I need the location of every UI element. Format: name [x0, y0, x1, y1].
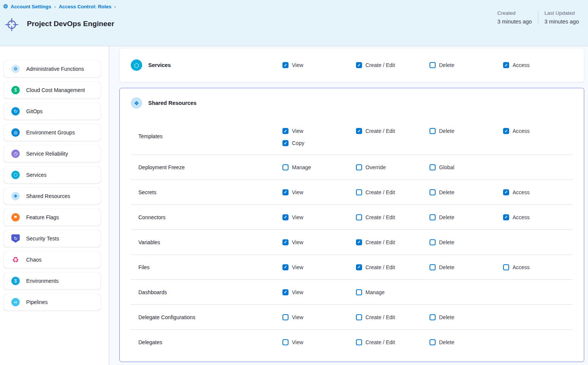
checkbox-view[interactable]: ✓View	[282, 263, 356, 271]
permission-column: Create / Edit	[356, 313, 430, 321]
breadcrumb-account-settings[interactable]: Account Settings	[11, 4, 51, 9]
sidebar-item-shared-resources[interactable]: ❖Shared Resources	[4, 188, 100, 204]
checkbox-view[interactable]: ✓View	[282, 238, 356, 246]
checkbox-delete[interactable]: Delete	[430, 313, 503, 321]
sidebar-item-chaos[interactable]: ♻Chaos	[4, 251, 100, 268]
checkbox-access[interactable]: ✓Access	[503, 61, 577, 69]
checkbox-override[interactable]: Override	[356, 163, 430, 172]
checkbox-box-icon: ✓	[503, 214, 509, 220]
sidebar-item-pipelines[interactable]: ∞Pipelines	[4, 294, 100, 310]
checkbox-label: View	[292, 239, 303, 245]
permission-column: Manage	[356, 288, 430, 296]
checkbox-box-icon: ✓	[282, 289, 289, 295]
sidebar-item-cloud-cost-management[interactable]: $Cloud Cost Management	[4, 82, 100, 98]
shared-resources-card: ❖ Shared Resources Templates✓View✓Copy✓C…	[119, 88, 584, 362]
checkbox-label: Access	[513, 214, 530, 220]
checkbox-delete[interactable]: Delete	[430, 127, 503, 135]
permission-column: Delete	[430, 188, 503, 197]
checkbox-delete[interactable]: Delete	[430, 263, 503, 271]
checkbox-create-edit[interactable]: Create / Edit	[356, 188, 430, 197]
environments-icon: $	[11, 277, 20, 285]
resource-row-label: Variables	[138, 239, 160, 245]
permission-column: ✓View	[282, 238, 356, 246]
checkbox-create-edit[interactable]: ✓Create / Edit	[356, 61, 430, 69]
checkbox-delete[interactable]: Delete	[430, 188, 503, 197]
checkbox-view[interactable]: View	[282, 313, 356, 321]
checkbox-label: View	[292, 264, 303, 270]
checkbox-manage[interactable]: Manage	[282, 163, 356, 172]
sidebar-item-environment-groups[interactable]: ◎Environment Groups	[4, 124, 100, 141]
permission-column: ✓Access	[503, 127, 577, 135]
checkbox-access[interactable]: ✓Access	[503, 213, 577, 221]
checkbox-view[interactable]: ✓View	[282, 61, 356, 69]
resource-row-label: Dashboards	[138, 289, 167, 295]
checkbox-view[interactable]: ✓View	[282, 188, 356, 197]
permission-column: Delete	[430, 263, 503, 271]
shared-resources-header: ❖ Shared Resources	[120, 88, 584, 118]
resource-row-permissions: ✓View✓Copy✓Create / EditDelete✓Access	[282, 118, 584, 154]
checkbox-label: Access	[513, 189, 530, 195]
breadcrumb-access-control-roles[interactable]: Access Control: Roles	[59, 4, 111, 9]
checkbox-box-icon: ✓	[282, 264, 289, 270]
sidebar-item-security-tests[interactable]: ↻Security Tests	[4, 230, 100, 247]
checkbox-label: View	[292, 314, 303, 320]
resource-row-permissions: ✓View✓Create / EditDeleteAccess	[282, 255, 584, 279]
resource-row-permissions: ✓ViewManage	[282, 280, 584, 304]
sidebar-item-administrative-functions[interactable]: ⚙Administrative Functions	[4, 61, 100, 77]
checkbox-label: Access	[513, 128, 530, 134]
sidebar-item-environments[interactable]: $Environments	[4, 273, 100, 289]
checkbox-access[interactable]: Access	[503, 263, 577, 271]
checkbox-box-icon	[356, 214, 362, 220]
checkbox-view[interactable]: View	[282, 338, 356, 346]
sidebar-item-label: Chaos	[26, 257, 41, 263]
resource-sidebar: ⚙Administrative Functions$Cloud Cost Man…	[0, 46, 109, 365]
checkbox-box-icon	[430, 339, 436, 345]
checkbox-create-edit[interactable]: ✓Create / Edit	[356, 238, 430, 246]
shared-resources-card-title: Shared Resources	[148, 100, 196, 106]
checkbox-global[interactable]: Global	[430, 163, 503, 172]
checkbox-box-icon	[430, 128, 436, 134]
checkbox-view[interactable]: ✓View	[282, 127, 356, 135]
checkbox-delete[interactable]: Delete	[430, 61, 503, 69]
sidebar-item-feature-flags[interactable]: ⚑Feature Flags	[4, 209, 100, 226]
checkbox-delete[interactable]: Delete	[430, 238, 503, 246]
resource-row-permissions: ViewCreate / EditDelete	[282, 305, 584, 329]
checkbox-copy[interactable]: ✓Copy	[282, 139, 356, 147]
checkbox-create-edit[interactable]: Create / Edit	[356, 213, 430, 221]
checkbox-manage[interactable]: Manage	[356, 288, 430, 296]
resource-row-templates: Templates✓View✓Copy✓Create / EditDelete✓…	[120, 118, 584, 154]
sidebar-item-services[interactable]: ⬡Services	[4, 167, 100, 183]
last-updated-label: Last Updated	[544, 10, 579, 16]
permission-column: View	[282, 338, 356, 346]
checkbox-box-icon: ✓	[356, 264, 362, 270]
checkbox-box-icon	[430, 189, 436, 195]
checkbox-create-edit[interactable]: Create / Edit	[356, 313, 430, 321]
created-value: 3 minutes ago	[497, 19, 532, 25]
checkbox-create-edit[interactable]: ✓Create / Edit	[356, 127, 430, 135]
checkbox-box-icon	[356, 289, 362, 295]
sidebar-item-service-reliability[interactable]: ◷Service Reliability	[4, 145, 100, 162]
main-content: ⬡ Services ✓View✓Create / EditDelete✓Acc…	[109, 46, 588, 365]
checkbox-label: Create / Edit	[365, 339, 395, 345]
sidebar-item-gitops[interactable]: ↻GitOps	[4, 103, 100, 120]
permission-column: Delete	[430, 127, 503, 135]
checkbox-box-icon	[282, 339, 289, 345]
checkbox-access[interactable]: ✓Access	[503, 127, 577, 135]
checkbox-box-icon	[430, 62, 436, 68]
checkbox-view[interactable]: ✓View	[282, 288, 356, 296]
permission-column: Delete	[430, 313, 503, 321]
cloud-dollar-icon: $	[11, 86, 20, 94]
checkbox-delete[interactable]: Delete	[430, 338, 503, 346]
checkbox-box-icon: ✓	[503, 62, 509, 68]
checkbox-box-icon: ✓	[356, 62, 362, 68]
checkbox-create-edit[interactable]: Create / Edit	[356, 338, 430, 346]
checkbox-label: View	[292, 62, 303, 68]
checkbox-label: Delete	[439, 239, 454, 245]
checkbox-label: Create / Edit	[365, 189, 395, 195]
permission-column: Create / Edit	[356, 338, 430, 346]
checkbox-create-edit[interactable]: ✓Create / Edit	[356, 263, 430, 271]
checkbox-view[interactable]: ✓View	[282, 213, 356, 221]
resource-row-variables: Variables✓View✓Create / EditDelete	[120, 230, 584, 254]
checkbox-delete[interactable]: Delete	[430, 213, 503, 221]
checkbox-access[interactable]: ✓Access	[503, 188, 577, 197]
